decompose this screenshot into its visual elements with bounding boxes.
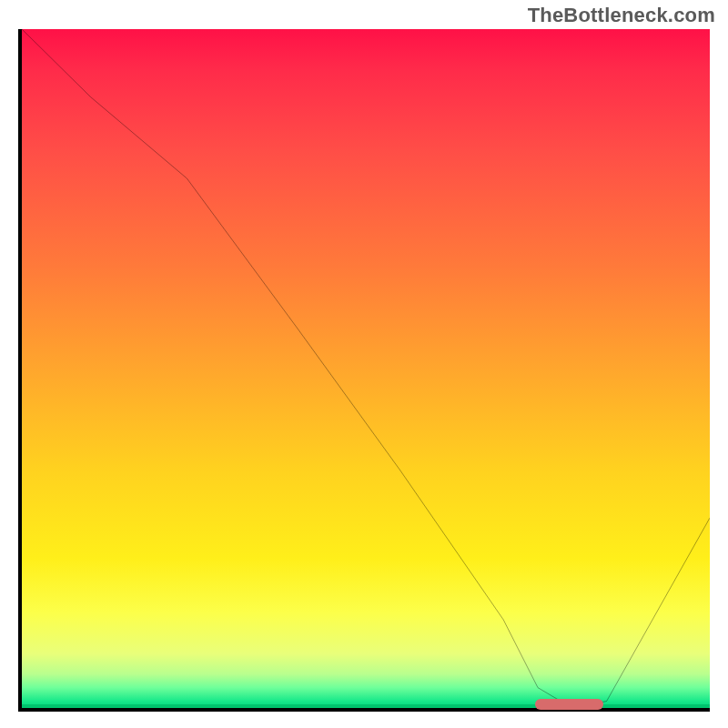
optimal-range-marker	[535, 699, 603, 710]
curve-svg	[22, 29, 710, 708]
watermark-text: TheBottleneck.com	[528, 4, 715, 27]
bottleneck-curve-path	[22, 29, 710, 708]
plot-area	[18, 29, 710, 712]
bottleneck-chart: TheBottleneck.com	[0, 0, 728, 728]
